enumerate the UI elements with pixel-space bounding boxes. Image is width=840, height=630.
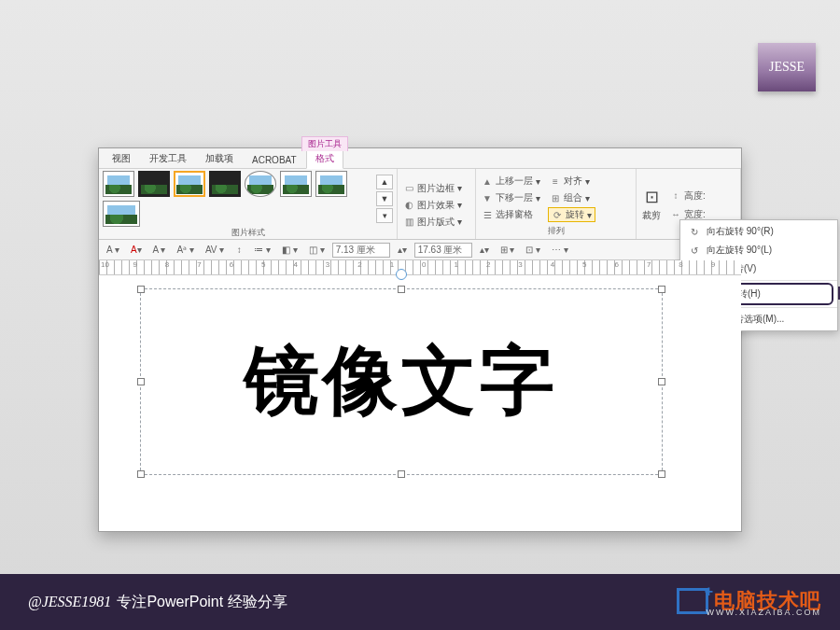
align-icon: ≡	[550, 175, 561, 187]
ribbon-tabbar: 视图 开发工具 加载项 ACROBAT 格式	[99, 148, 741, 169]
ruler-tick: 0	[420, 260, 452, 274]
width-input[interactable]: 17.63 厘米	[414, 243, 472, 258]
border-icon: ▭	[403, 183, 414, 194]
footer-tagline: 专注PowerPoint 经验分享	[117, 593, 287, 612]
height-row: ↕ 高度:	[668, 189, 707, 203]
bullets-btn[interactable]: ≔ ▾	[250, 243, 274, 258]
selection-pane-button[interactable]: ☰ 选择窗格	[480, 207, 542, 222]
ruler-tick: 4	[549, 260, 581, 274]
crop-button[interactable]: 裁剪	[640, 208, 663, 223]
shape-fill-btn[interactable]: ◧ ▾	[278, 243, 301, 258]
ruler-tick: 4	[291, 260, 323, 274]
group-icon: ⊞	[550, 192, 561, 203]
arrange-btn[interactable]: ⊞ ▾	[497, 243, 519, 258]
effects-icon: ◐	[403, 200, 414, 211]
align-button[interactable]: ≡ 对齐 ▾	[548, 174, 595, 189]
ruler-tick: 5	[259, 260, 291, 274]
tab-view[interactable]: 视图	[103, 148, 140, 168]
font-size-btn[interactable]: Aᵃ ▾	[173, 243, 197, 258]
picture-layout-button[interactable]: ▥ 图片版式 ▾	[401, 215, 471, 230]
style-thumb-2[interactable]	[138, 171, 170, 197]
rotate-icon: ⟳	[552, 209, 563, 220]
group-label-arrange: 排列	[480, 225, 632, 239]
footer-logo: 电脑技术吧 WWW.XIAZAIBA.COM	[677, 587, 821, 615]
group-picture-styles: ▲ ▼ ▾ 图片样式	[99, 169, 398, 239]
crop-icon: ⊡	[645, 187, 659, 207]
height-stepper[interactable]: ▴▾	[394, 243, 411, 258]
style-thumb-6[interactable]	[280, 171, 312, 197]
group-arrange: ▲ 上移一层 ▾ ▼ 下移一层 ▾ ☰ 选择窗格 ≡ 对齐 ▾	[476, 169, 637, 239]
tab-addins[interactable]: 加载项	[196, 148, 243, 168]
rotate-right-icon: ↻	[688, 227, 701, 237]
rotate-left-label: 向左旋转 90°(L)	[707, 244, 772, 257]
ruler-numbers: 109876543210123456789	[99, 260, 741, 274]
gallery-down-icon[interactable]: ▼	[376, 191, 393, 206]
tab-developer[interactable]: 开发工具	[140, 148, 196, 168]
selection-pane-label: 选择窗格	[496, 208, 533, 221]
tab-acrobat[interactable]: ACROBAT	[243, 151, 306, 168]
format-toolbar: A ▾ A ▾ A ▾ Aᵃ ▾ AV ▾ ↕ ≔ ▾ ◧ ▾ ◫ ▾ 7.13…	[99, 240, 741, 260]
author-badge: JESSE	[758, 43, 816, 91]
ruler-tick: 7	[195, 260, 227, 274]
shape-outline-btn[interactable]: ◫ ▾	[305, 243, 329, 258]
gallery-more-icon[interactable]: ▾	[376, 208, 393, 223]
ruler-tick: 3	[516, 260, 548, 274]
send-backward-button[interactable]: ▼ 下移一层 ▾	[480, 190, 542, 205]
more-btn[interactable]: ⋯ ▾	[548, 243, 572, 258]
ruler-tick: 10	[99, 260, 131, 274]
ruler-tick: 9	[709, 260, 741, 274]
ruler-tick: 6	[228, 260, 259, 274]
font-color-btn[interactable]: A ▾	[103, 243, 123, 258]
footer-logo-sub: WWW.XIAZAIBA.COM	[707, 608, 822, 617]
style-thumb-5[interactable]	[245, 171, 276, 197]
picture-effects-label: 图片效果	[417, 199, 455, 212]
style-thumb-1[interactable]	[103, 171, 134, 197]
ruler-tick: 2	[484, 260, 516, 274]
ruler-tick: 1	[452, 260, 483, 274]
selected-object[interactable]: 镜像文字	[140, 288, 663, 475]
ruler-tick: 8	[677, 260, 708, 274]
group-objects-button[interactable]: ⊞ 组合 ▾	[548, 190, 595, 205]
style-thumb-4[interactable]	[209, 171, 241, 197]
bring-forward-label: 上移一层	[496, 175, 533, 188]
gallery-up-icon[interactable]: ▲	[376, 175, 393, 189]
tab-format[interactable]: 格式	[306, 148, 343, 169]
ruler-tick: 5	[581, 260, 612, 274]
bring-forward-button[interactable]: ▲ 上移一层 ▾	[480, 174, 542, 189]
bring-forward-icon: ▲	[482, 175, 493, 187]
send-backward-icon: ▼	[482, 192, 493, 203]
height-value: 7.13 厘米	[336, 244, 375, 257]
rotation-handle[interactable]	[396, 269, 407, 280]
text-effects-btn[interactable]: A ▾	[149, 243, 170, 258]
footer-handle: @JESSE1981	[28, 594, 111, 610]
style-thumb-7[interactable]	[315, 171, 347, 197]
width-stepper[interactable]: ▴▾	[476, 243, 493, 258]
direction-btn[interactable]: ↕	[231, 243, 246, 258]
ribbon: ▲ ▼ ▾ 图片样式 ▭ 图片边框 ▾ ◐ 图片效果 ▾ ▥	[99, 169, 741, 240]
rotate-label: 旋转	[566, 208, 584, 221]
send-backward-label: 下移一层	[496, 191, 533, 204]
rotate-right-90[interactable]: ↻ 向右旋转 90°(R)	[680, 222, 837, 241]
spacing-btn[interactable]: AV ▾	[202, 243, 228, 258]
ruler-tick: 3	[324, 260, 356, 274]
position-btn[interactable]: ⊡ ▾	[522, 243, 544, 258]
ruler-tick: 6	[613, 260, 645, 274]
width-icon: ↔	[670, 209, 681, 220]
group-label-styles: 图片样式	[103, 227, 393, 240]
picture-effects-button[interactable]: ◐ 图片效果 ▾	[401, 198, 471, 213]
rotate-right-label: 向右旋转 90°(R)	[707, 225, 774, 238]
rotate-button[interactable]: ⟳ 旋转 ▾	[548, 207, 595, 222]
width-value: 17.63 厘米	[418, 244, 463, 257]
rotate-left-icon: ↺	[688, 245, 701, 256]
ruler-tick: 2	[356, 260, 387, 274]
slide-canvas[interactable]: 镜像文字	[99, 275, 741, 531]
height-input[interactable]: 7.13 厘米	[332, 243, 390, 258]
style-thumb-3[interactable]	[174, 171, 205, 197]
ruler-tick: 7	[645, 260, 677, 274]
rotate-left-90[interactable]: ↺ 向左旋转 90°(L)	[680, 241, 837, 259]
horizontal-ruler: 109876543210123456789	[99, 260, 741, 275]
text-outline-btn[interactable]: A ▾	[127, 243, 146, 258]
ruler-tick: 9	[131, 260, 162, 274]
picture-border-button[interactable]: ▭ 图片边框 ▾	[401, 181, 471, 196]
style-thumb-8[interactable]	[103, 201, 140, 227]
